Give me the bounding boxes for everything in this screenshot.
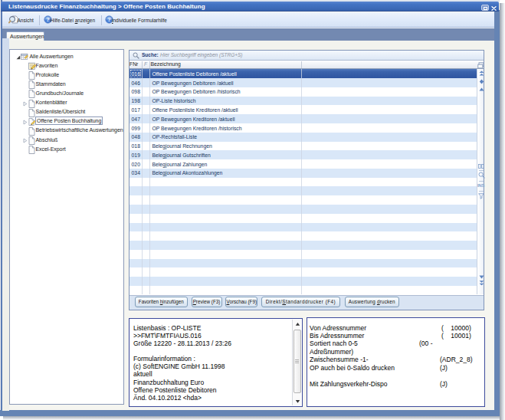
svg-text:?: ? — [46, 17, 49, 22]
svg-text:?: ? — [107, 17, 110, 22]
